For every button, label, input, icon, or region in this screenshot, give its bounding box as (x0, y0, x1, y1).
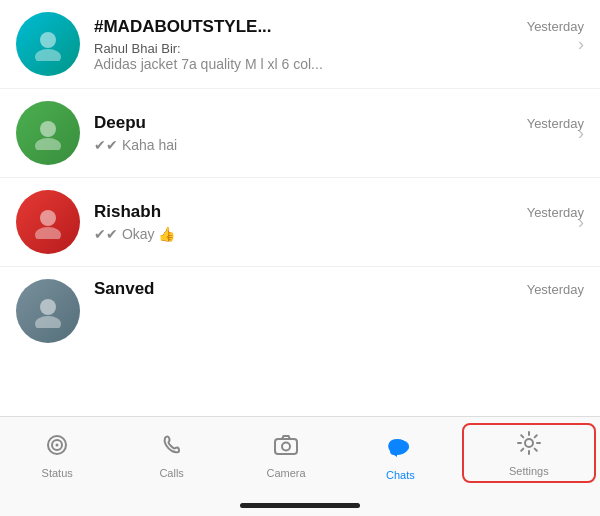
nav-item-chats[interactable]: Chats (343, 427, 457, 485)
nav-label-calls: Calls (159, 467, 183, 479)
nav-item-camera[interactable]: Camera (229, 427, 343, 483)
nav-item-settings[interactable]: Settings (462, 423, 596, 483)
chat-content: Sanved Yesterday (94, 279, 584, 303)
chat-content: Rishabh Yesterday ✔✔ Okay 👍 (94, 202, 584, 242)
settings-icon (515, 429, 543, 461)
nav-label-chats: Chats (386, 469, 415, 481)
chat-header: Deepu Yesterday (94, 113, 584, 133)
svg-point-4 (40, 210, 56, 226)
svg-rect-11 (275, 439, 297, 454)
chat-name: Rishabh (94, 202, 161, 222)
chat-time: Yesterday (527, 19, 584, 34)
chat-content: Deepu Yesterday ✔✔ Kaha hai (94, 113, 584, 153)
camera-icon (272, 431, 300, 463)
chat-preview: Adidas jacket 7a quality M l xl 6 col... (94, 56, 474, 72)
chat-time: Yesterday (527, 205, 584, 220)
bottom-nav: Status Calls Camera (0, 416, 600, 516)
chat-preview: ✔✔ Okay 👍 (94, 226, 474, 242)
avatar (16, 279, 80, 343)
nav-item-status[interactable]: Status (0, 427, 114, 483)
svg-point-2 (40, 121, 56, 137)
chat-header: Rishabh Yesterday (94, 202, 584, 222)
chat-subname: Rahul Bhai Bir: (94, 41, 584, 56)
svg-point-0 (40, 32, 56, 48)
chat-content: #MADABOUTSTYLE... Yesterday Rahul Bhai B… (94, 17, 584, 72)
avatar (16, 12, 80, 76)
chat-list: #MADABOUTSTYLE... Yesterday Rahul Bhai B… (0, 0, 600, 343)
avatar (16, 190, 80, 254)
nav-label-status: Status (42, 467, 73, 479)
chat-preview: ✔✔ Kaha hai (94, 137, 474, 153)
chat-header: Sanved Yesterday (94, 279, 584, 299)
svg-point-3 (35, 138, 61, 150)
svg-point-5 (35, 227, 61, 239)
chats-icon (385, 431, 415, 465)
chat-time: Yesterday (527, 282, 584, 297)
chat-item[interactable]: #MADABOUTSTYLE... Yesterday Rahul Bhai B… (0, 0, 600, 89)
chat-item[interactable]: Rishabh Yesterday ✔✔ Okay 👍 › (0, 178, 600, 267)
chevron-right-icon: › (578, 212, 584, 233)
chat-name: Sanved (94, 279, 154, 299)
chevron-right-icon: › (578, 123, 584, 144)
svg-point-6 (40, 299, 56, 315)
home-indicator (240, 503, 360, 508)
nav-label-settings: Settings (509, 465, 549, 477)
svg-point-12 (282, 443, 290, 451)
chat-item-partial[interactable]: Sanved Yesterday (0, 267, 600, 343)
svg-point-10 (56, 444, 59, 447)
svg-point-1 (35, 49, 61, 61)
chat-time: Yesterday (527, 116, 584, 131)
avatar (16, 101, 80, 165)
chevron-right-icon: › (578, 34, 584, 55)
chat-header: #MADABOUTSTYLE... Yesterday (94, 17, 584, 37)
chat-name: #MADABOUTSTYLE... (94, 17, 272, 37)
status-icon (43, 431, 71, 463)
chat-item[interactable]: Deepu Yesterday ✔✔ Kaha hai › (0, 89, 600, 178)
nav-label-camera: Camera (266, 467, 305, 479)
nav-item-calls[interactable]: Calls (114, 427, 228, 483)
calls-icon (158, 431, 186, 463)
svg-point-16 (525, 439, 533, 447)
svg-point-7 (35, 316, 61, 328)
chat-name: Deepu (94, 113, 146, 133)
